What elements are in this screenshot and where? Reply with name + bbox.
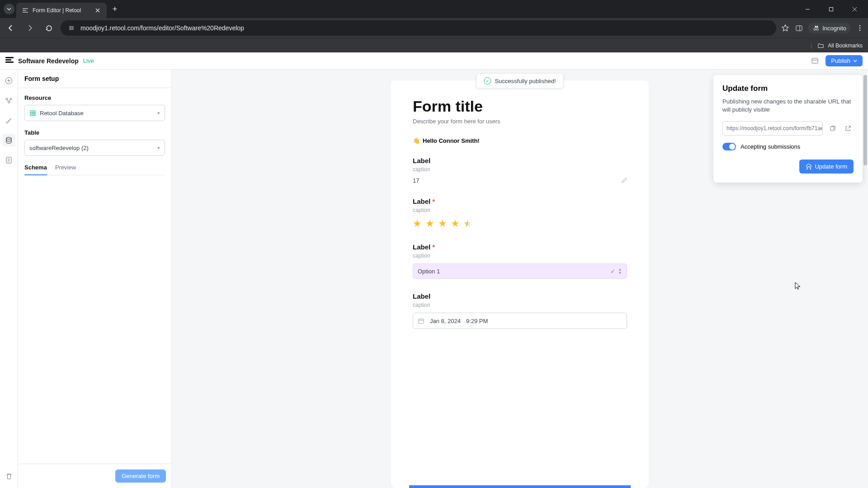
update-panel-description: Publishing new changes to the sharable U… <box>722 98 854 114</box>
star-icon[interactable]: ★ <box>413 218 422 230</box>
rocket-icon <box>806 164 812 170</box>
datetime-input[interactable]: Jan 8, 2024 9:29 PM <box>413 313 627 329</box>
close-icon <box>95 8 100 13</box>
form-field-rating[interactable]: Label * caption ★ ★ ★ ★ ★ <box>413 197 627 230</box>
update-form-panel: Update form Publishing new changes to th… <box>713 75 863 183</box>
incognito-icon <box>812 24 820 32</box>
external-link-icon <box>844 125 851 132</box>
site-settings-icon[interactable] <box>67 23 76 33</box>
field-label: Label <box>413 157 627 164</box>
sidebar: Form setup Resource Retool Database ▾ Ta… <box>18 70 172 488</box>
back-button[interactable] <box>4 21 18 35</box>
date-value: Jan 8, 2024 <box>430 318 461 324</box>
svg-point-12 <box>859 28 861 29</box>
rail-add-button[interactable] <box>3 74 15 87</box>
rail-trash-button[interactable] <box>3 470 15 483</box>
open-url-button[interactable] <box>842 122 854 134</box>
svg-point-9 <box>814 28 816 30</box>
left-rail <box>0 70 18 488</box>
table-select[interactable]: softwareRedevelop (2) ▾ <box>24 140 165 156</box>
resource-select[interactable]: Retool Database ▾ <box>24 105 165 121</box>
layout-button[interactable] <box>808 55 821 67</box>
tab-title: Form Editor | Retool <box>33 7 90 14</box>
stepper-arrows-icon[interactable]: ▲▼ <box>618 267 622 275</box>
scrollbar-thumb[interactable] <box>863 75 867 165</box>
form-field-select[interactable]: Label * caption Option 1 ✓ ▲▼ <box>413 243 627 279</box>
svg-rect-7 <box>796 26 802 31</box>
field-caption: caption <box>413 166 627 173</box>
svg-rect-1 <box>23 10 26 11</box>
vertical-scrollbar[interactable] <box>863 70 867 488</box>
generate-form-button[interactable]: Generate form <box>115 469 166 483</box>
app-name: Software Redevelop <box>18 57 79 65</box>
star-icon[interactable]: ★ <box>438 218 447 230</box>
required-marker: * <box>432 243 435 251</box>
star-icon[interactable]: ★ <box>425 218 434 230</box>
svg-rect-14 <box>812 58 818 63</box>
all-bookmarks-button[interactable]: All Bookmarks <box>828 42 863 49</box>
maximize-button[interactable] <box>821 2 841 16</box>
field-label: Label <box>413 243 430 251</box>
toast-message: Successfully published! <box>495 78 556 84</box>
star-icon[interactable]: ★ <box>451 218 460 230</box>
star-rating[interactable]: ★ ★ ★ ★ ★ <box>413 218 627 230</box>
form-title[interactable]: Form title <box>413 98 627 115</box>
document-icon <box>5 156 13 164</box>
svg-rect-0 <box>23 8 28 9</box>
trash-icon <box>5 473 13 480</box>
pencil-icon[interactable] <box>621 178 627 183</box>
form-card: Form title Describe your form here for u… <box>391 80 649 488</box>
new-tab-button[interactable]: + <box>108 3 121 15</box>
tab-favicon-icon <box>22 7 29 14</box>
form-description[interactable]: Describe your form here for users <box>413 118 627 125</box>
field-caption: caption <box>413 253 627 259</box>
resource-value: Retool Database <box>40 110 84 117</box>
select-input[interactable]: Option 1 ✓ ▲▼ <box>413 263 627 279</box>
rail-theme-button[interactable] <box>3 114 15 127</box>
url-input[interactable]: moodjoy1.retool.com/forms/editor/Softwar… <box>61 20 776 36</box>
nodes-icon <box>5 97 13 104</box>
arrow-right-icon <box>26 24 34 32</box>
sidebar-tabs: Schema Preview <box>24 164 165 175</box>
folder-icon <box>817 42 824 49</box>
rail-workflow-button[interactable] <box>3 94 15 107</box>
star-half-icon[interactable]: ★ <box>463 218 472 230</box>
kebab-icon <box>856 24 863 32</box>
panel-icon <box>795 24 803 32</box>
sidebar-title: Form setup <box>18 70 171 88</box>
side-panel-button[interactable] <box>794 23 803 33</box>
update-form-button[interactable]: Update form <box>799 160 854 174</box>
cursor-icon <box>795 282 801 290</box>
tab-bar: Form Editor | Retool + <box>0 0 868 18</box>
minimize-button[interactable] <box>797 2 817 16</box>
rail-database-button[interactable] <box>3 134 15 146</box>
forward-button[interactable] <box>23 21 37 35</box>
browser-menu-button[interactable] <box>855 23 864 33</box>
retool-logo-icon[interactable] <box>5 57 14 65</box>
publish-button[interactable]: Publish <box>826 55 863 66</box>
greeting-text: Hello Connor Smith! <box>423 137 480 144</box>
app-body: Form setup Resource Retool Database ▾ Ta… <box>0 70 868 488</box>
form-field-datetime[interactable]: Label caption Jan 8, 2024 9:29 PM <box>413 292 627 329</box>
rail-docs-button[interactable] <box>3 154 15 166</box>
close-window-button[interactable] <box>844 2 864 16</box>
tab-schema[interactable]: Schema <box>24 164 47 175</box>
svg-point-5 <box>72 28 74 29</box>
maximize-icon <box>829 7 834 12</box>
tab-preview[interactable]: Preview <box>55 164 76 175</box>
form-field-number[interactable]: Label caption 17 <box>413 157 627 184</box>
share-url-input[interactable]: https://moodjoy1.retool.com/form/fb71ae <box>722 121 823 136</box>
reload-button[interactable] <box>42 21 56 35</box>
minimize-icon <box>805 7 810 12</box>
tabs-dropdown[interactable] <box>4 4 14 14</box>
browser-tab[interactable]: Form Editor | Retool <box>16 3 107 18</box>
tab-close-button[interactable] <box>94 7 101 14</box>
time-value: 9:29 PM <box>466 318 488 324</box>
layout-icon <box>811 57 819 65</box>
accepting-submissions-toggle[interactable] <box>722 143 736 150</box>
browser-chrome: Form Editor | Retool + moodjoy1.retool.c… <box>0 0 868 52</box>
bookmark-button[interactable] <box>781 23 790 33</box>
copy-url-button[interactable] <box>826 122 838 134</box>
canvas: ✓ Successfully published! Form title Des… <box>172 70 868 488</box>
incognito-badge[interactable]: Incognito <box>808 23 851 33</box>
